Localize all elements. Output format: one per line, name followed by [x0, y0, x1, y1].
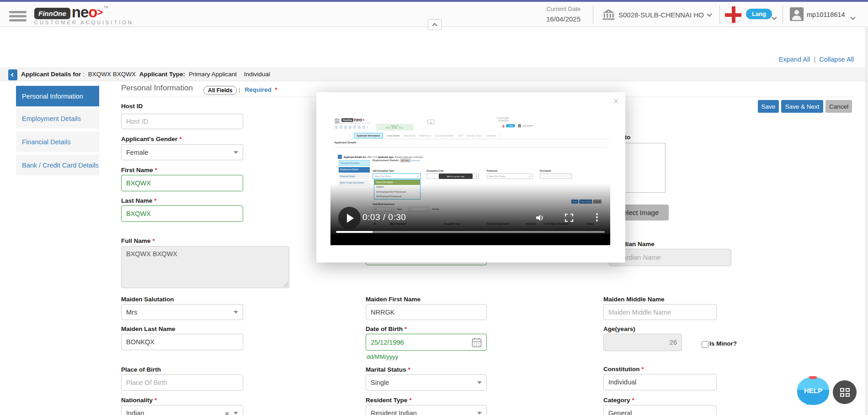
chevron-down-icon: [477, 381, 482, 384]
place-of-birth-label: Place of Birth: [121, 366, 161, 373]
required-star: *: [154, 397, 157, 404]
last-name-input[interactable]: [121, 205, 243, 222]
mini-tab-next-icon: ›: [500, 134, 501, 137]
nationality-value: Indian: [126, 410, 144, 415]
host-id-input[interactable]: [121, 114, 243, 129]
all-fields-badge[interactable]: All Fields: [203, 86, 237, 95]
maiden-middle-name-input[interactable]: [603, 304, 717, 320]
language-flag-icon[interactable]: [724, 6, 742, 23]
user-chevron-down-icon[interactable]: [851, 13, 855, 21]
save-button[interactable]: Save: [758, 100, 779, 113]
mini-tab-applicant-information: Applicant Information: [354, 133, 383, 138]
finnone-logo-badge: FinnOne: [34, 8, 70, 19]
maiden-last-name-input[interactable]: [121, 334, 243, 350]
guardian-name-input: [609, 249, 731, 266]
chevron-down-icon: [477, 412, 482, 415]
first-name-input[interactable]: [121, 175, 243, 191]
scrollbar-track[interactable]: [865, 27, 868, 415]
category-input[interactable]: [603, 405, 717, 415]
mini-sidebar: Personal Information Employment Details …: [339, 160, 370, 187]
mini-breadcrumb-subtype: Individual: [413, 156, 423, 158]
app-logo: FinnOne ne o > TM CUSTOMER ACQUISITION: [34, 5, 133, 25]
fullscreen-icon[interactable]: [564, 214, 574, 222]
app-grid-button[interactable]: [833, 380, 857, 404]
full-name-textarea[interactable]: BXQWX BXQWX: [121, 246, 289, 288]
save-and-next-button[interactable]: Save & Next: [781, 100, 823, 113]
header-collapse-toggle[interactable]: [428, 19, 442, 30]
video-player[interactable]: FinnOne neo > CUSTOMER ACQUISITION Curre…: [330, 115, 610, 245]
grid-icon: [840, 388, 850, 397]
constitution-input[interactable]: [603, 374, 717, 390]
mini-current-date-value: 16/04/2024: [481, 120, 509, 122]
collapse-all-link[interactable]: Collapse All: [819, 56, 854, 63]
mini-neo-arrow-icon: >: [362, 118, 365, 122]
mini-breadcrumb-name: ABC XYZ: [367, 156, 377, 158]
mini-hamburger-icon: [335, 119, 340, 124]
back-button[interactable]: [8, 69, 17, 80]
mini-occupation-type-select: Select One Option: [373, 173, 421, 179]
date-of-birth-value: 25/12/1996: [371, 339, 404, 346]
mini-tab-bar: ‹ Applicant Information Loan Details Doc…: [349, 132, 609, 139]
required-star: *: [275, 86, 277, 93]
branch-name: S0028-SULB-CHENNAI HO: [618, 11, 704, 19]
play-button[interactable]: [338, 207, 361, 229]
sidebar-item-personal-information[interactable]: Personal Information: [16, 86, 99, 106]
links-separator: |: [814, 56, 815, 63]
mini-sidebar-financial-details: Financial Details: [339, 173, 370, 179]
sidebar-item-bank-credit-card-details[interactable]: Bank / Credit Card Details: [16, 155, 99, 175]
maiden-salutation-label: Maiden Salutation: [121, 296, 174, 303]
section-title: Personal Information: [121, 84, 193, 93]
mini-required-star: *: [394, 170, 395, 172]
mini-finnone-badge: FinnOne: [341, 118, 353, 122]
user-avatar[interactable]: [790, 7, 804, 21]
help-bubble-dash: [809, 376, 817, 379]
clear-icon[interactable]: ×: [225, 410, 229, 415]
marital-status-select[interactable]: Single: [366, 374, 487, 391]
mini-tab-gst: GST: [458, 134, 463, 137]
current-date-value: 16/04/2025: [517, 15, 580, 23]
mini-description-label: Description: [540, 170, 551, 172]
more-options-icon[interactable]: [596, 213, 598, 223]
chevron-down-icon: [234, 151, 238, 154]
hamburger-menu-icon[interactable]: [9, 11, 27, 22]
mini-tab-references: References: [420, 134, 431, 137]
cancel-button[interactable]: Cancel: [825, 100, 852, 113]
video-tutorial-modal: × FinnOne neo > CUSTOMER ACQUISITION Cur…: [316, 92, 625, 263]
required-star: *: [153, 237, 155, 244]
volume-icon[interactable]: [536, 214, 545, 222]
resident-type-select[interactable]: Resident Indian: [366, 405, 487, 415]
username-menu[interactable]: mp10118614: [807, 11, 845, 18]
lang-chevron-down-icon[interactable]: [772, 13, 776, 21]
mini-neo-logo: neo: [354, 117, 362, 122]
mini-applicant-timer-chip: Applicant HH MM SS: [376, 124, 414, 131]
mini-tab-collateral: Collateral: [486, 134, 496, 137]
host-id-label: Host ID: [121, 103, 143, 110]
date-of-birth-input[interactable]: 25/12/1996: [366, 334, 487, 351]
close-icon[interactable]: ×: [613, 97, 619, 106]
nationality-select[interactable]: Indian ×: [121, 405, 243, 415]
video-bottom-bar: [330, 234, 610, 245]
lang-button[interactable]: Lang: [746, 9, 772, 19]
maiden-last-name-label: Maiden Last Name: [121, 326, 176, 332]
applicant-type-value: Primary Applicant: [189, 71, 237, 78]
gender-select[interactable]: Female: [121, 144, 243, 160]
place-of-birth-input[interactable]: [121, 374, 243, 391]
expand-all-link[interactable]: Expand All: [779, 56, 810, 63]
textarea-resize-handle[interactable]: [283, 282, 288, 287]
maiden-first-name-input[interactable]: [366, 304, 487, 320]
sidebar-item-employment-details[interactable]: Employment Details: [16, 108, 99, 129]
branch-selector[interactable]: S0028-SULB-CHENNAI HO: [602, 9, 711, 20]
calendar-icon[interactable]: [472, 337, 482, 347]
mini-form-badges: All Fields | Required *: [400, 159, 421, 162]
sidebar-item-financial-details[interactable]: Financial Details: [16, 131, 99, 152]
mini-collapse-toggle: [427, 120, 434, 124]
header-divider: [719, 5, 720, 24]
mini-tab-domain-check: Domain Check: [467, 134, 482, 137]
is-minor-checkbox[interactable]: [702, 341, 708, 348]
mini-profession-label: Profession: [487, 170, 497, 172]
help-button[interactable]: HELP: [797, 377, 829, 405]
maiden-middle-name-label: Maiden Middle Name: [603, 296, 665, 303]
applicant-name: BXQWX BXQWX: [88, 71, 136, 78]
help-label: HELP: [797, 387, 829, 394]
maiden-salutation-select[interactable]: Mrs: [121, 304, 243, 320]
